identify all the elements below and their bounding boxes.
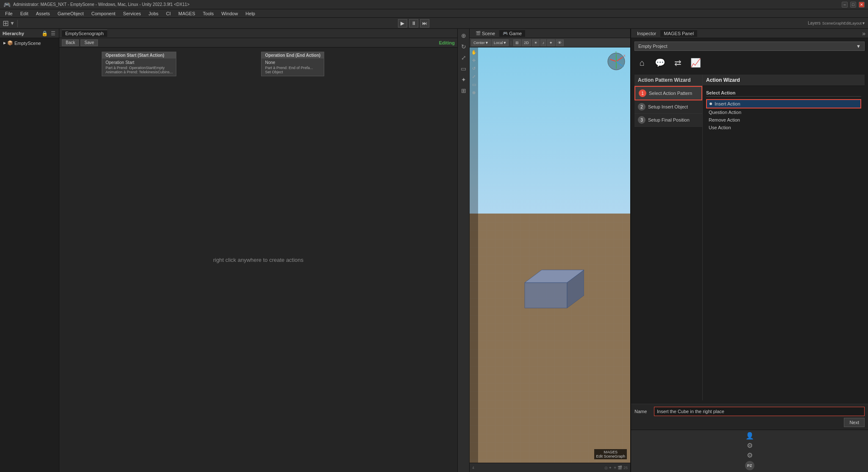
viewport-stats: ◎ ✦ ☀ 🎬 25 <box>604 466 628 470</box>
inspector-expand-icon[interactable]: » <box>862 30 865 37</box>
sidebar-extra-icon[interactable]: ⊞ <box>459 86 469 96</box>
pause-btn[interactable]: ⏸ <box>409 19 418 28</box>
end-node-field1: Part à Prend: End of Prefa... <box>265 66 320 70</box>
game-tab-icon: 🎮 <box>503 31 508 36</box>
svg-marker-1 <box>525 283 567 308</box>
sidebar-rotate-icon[interactable]: ↻ <box>459 42 469 52</box>
sidebar-scale-icon[interactable]: ⤢ <box>459 53 469 63</box>
sidebar-transform-icon[interactable]: ⊕ <box>459 31 469 41</box>
wizard-step-1[interactable]: 1 Select Action Pattern <box>634 86 702 100</box>
hierarchy-item-emptyscene[interactable]: ▶ 📦 EmptyScene <box>2 40 57 46</box>
action-wizard-panel: Action Wizard Select Action Insert Actio… <box>702 75 865 400</box>
analytics-icon[interactable]: 📈 <box>688 55 703 70</box>
project-dropdown[interactable]: Empty Project ▼ <box>634 42 865 51</box>
viewport-toolbar: Center▼ Local▼ | ⊞ 2D ☀ ♪ ✦ 👁 <box>470 38 630 47</box>
svg-text:Z: Z <box>622 64 624 67</box>
step-label-2: Setup Insert Object <box>648 104 688 109</box>
scene-graph-header: EmptyScenograph <box>59 29 457 38</box>
pz-badge[interactable]: PZ <box>745 461 754 470</box>
person-icon[interactable]: 👤 <box>746 432 754 440</box>
share-icon[interactable]: ⇄ <box>670 55 685 70</box>
next-btn[interactable]: Next <box>844 418 865 427</box>
svg-text:X: X <box>623 54 626 57</box>
vp-icon-rotate[interactable]: ↺ <box>470 64 478 72</box>
viewport-3d[interactable]: ✋ ✛ ↺ ⤢ ▭ ⊕ X Y Z <box>470 47 630 463</box>
close-btn[interactable]: ✕ <box>859 2 865 8</box>
scene-tab[interactable]: 🎬 Scene <box>472 30 498 37</box>
maximize-btn[interactable]: □ <box>850 2 856 8</box>
wizard-step-2[interactable]: 2 Setup Insert Object <box>634 100 702 114</box>
scene-graph-tab[interactable]: EmptyScenograph <box>62 30 107 37</box>
local-btn[interactable]: Local▼ <box>492 39 509 46</box>
toolbar-icon2[interactable]: ▼ <box>10 20 15 26</box>
2d-btn[interactable]: 2D <box>522 39 531 46</box>
vp-icon-scale[interactable]: ⤢ <box>470 72 478 80</box>
layout-dropdown[interactable]: SceneGraphEditLayout▼ <box>822 21 865 25</box>
grid-overlay <box>470 214 630 463</box>
hide-btn[interactable]: 👁 <box>556 39 564 46</box>
menu-mages[interactable]: MAGES <box>175 9 199 18</box>
vp-icon-extra[interactable]: ⊕ <box>470 89 478 96</box>
wizard-step-3[interactable]: 3 Setup Final Position <box>634 114 702 127</box>
inspector-bottom-icons: 👤 ⚙ ⚙ PZ <box>631 430 868 472</box>
play-btn[interactable]: ▶ <box>398 19 407 28</box>
action-remove[interactable]: Remove Action <box>706 116 861 124</box>
scene-graph-content[interactable]: right click anywhere to create actions O… <box>59 47 457 472</box>
vp-icon-rect[interactable]: ▭ <box>470 81 478 88</box>
menu-ci[interactable]: CI <box>163 9 174 18</box>
hierarchy-menu-icon[interactable]: ☰ <box>50 30 56 37</box>
end-node-field2: Set Object <box>265 70 320 74</box>
home-icon[interactable]: ⌂ <box>634 55 650 70</box>
mages-badge[interactable]: MAGES Edit SceneGraph <box>594 449 627 459</box>
menu-file[interactable]: File <box>2 9 16 18</box>
create-actions-hint: right click anywhere to create actions <box>213 257 303 263</box>
toolbar-icon1[interactable]: ⊞ <box>3 19 9 28</box>
grid-btn[interactable]: ⊞ <box>513 39 521 46</box>
game-tab[interactable]: 🎮 Game <box>499 30 525 37</box>
layers-dropdown[interactable]: Layers <box>808 21 821 25</box>
action-question-label: Question Action <box>709 110 741 115</box>
menu-tools[interactable]: Tools <box>200 9 217 18</box>
end-action-node[interactable]: Operation End (End Action) None Part à P… <box>261 52 324 76</box>
light-btn[interactable]: ☀ <box>532 39 540 46</box>
menu-component[interactable]: Component <box>88 9 119 18</box>
back-btn[interactable]: Back <box>62 39 79 46</box>
inspector-tab-inspector[interactable]: Inspector <box>634 30 659 37</box>
menu-gameobject[interactable]: GameObject <box>54 9 87 18</box>
hierarchy-title: Hierarchy <box>3 31 39 36</box>
save-btn[interactable]: Save <box>81 39 98 46</box>
hierarchy-panel: Hierarchy 🔒 ☰ ▶ 📦 EmptyScene <box>0 29 59 472</box>
action-use[interactable]: Use Action <box>706 124 861 131</box>
action-question[interactable]: Question Action <box>706 108 861 116</box>
vp-icon-move[interactable]: ✛ <box>470 56 478 64</box>
gear-icon-bottom[interactable]: ⚙ <box>747 441 753 450</box>
hierarchy-lock-icon[interactable]: 🔒 <box>41 30 48 37</box>
sidebar-rect-icon[interactable]: ▭ <box>459 64 469 74</box>
minimize-btn[interactable]: – <box>842 2 848 8</box>
menu-help[interactable]: Help <box>242 9 259 18</box>
settings-icon-bottom[interactable]: ⚙ <box>747 451 753 459</box>
chat-icon[interactable]: 💬 <box>652 55 668 70</box>
fx-btn[interactable]: ✦ <box>547 39 555 46</box>
sidebar-multi-icon[interactable]: ✦ <box>459 75 469 85</box>
inspector-tab-mages[interactable]: MAGES Panel <box>660 30 697 37</box>
menu-edit[interactable]: Edit <box>17 9 32 18</box>
viewport-side-icons: ✋ ✛ ↺ ⤢ ▭ ⊕ <box>470 47 478 463</box>
menu-services[interactable]: Services <box>120 9 144 18</box>
menu-window[interactable]: Window <box>218 9 241 18</box>
toolbar: ⊞ ▼ | ▶ ⏸ ⏭ Layers SceneGraphEditLayout▼ <box>0 18 868 29</box>
vp-icon-hand[interactable]: ✋ <box>470 48 478 56</box>
start-action-node[interactable]: Operation Start (Start Action) Operation… <box>102 52 176 76</box>
audio-btn[interactable]: ♪ <box>540 39 547 46</box>
mages-text: MAGES <box>596 450 625 454</box>
inspector-content: Empty Project ▼ ⌂ 💬 ⇄ 📈 Action Pattern W… <box>631 38 868 404</box>
name-input[interactable] <box>654 407 865 416</box>
menu-assets[interactable]: Assets <box>33 9 53 18</box>
bullet-insert <box>709 103 712 105</box>
center-btn[interactable]: Center▼ <box>471 39 491 46</box>
editing-bar: Back Save Editing <box>59 38 457 47</box>
menu-jobs[interactable]: Jobs <box>145 9 162 18</box>
inspector-tabs: Inspector MAGES Panel » <box>631 29 868 38</box>
step-btn[interactable]: ⏭ <box>420 19 429 28</box>
action-insert[interactable]: Insert Action <box>706 99 861 108</box>
